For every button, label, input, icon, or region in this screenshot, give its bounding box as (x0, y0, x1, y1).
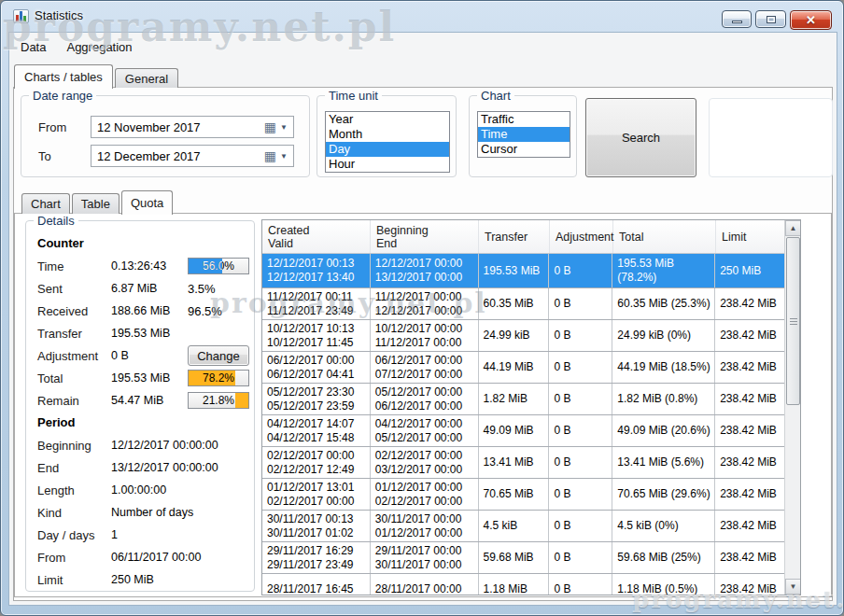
to-date-picker[interactable]: 12 December 2017 ▦ ▼ (91, 145, 294, 167)
details-value: 0 B (111, 349, 188, 362)
details-label: End (37, 461, 111, 475)
scrollbar-thumb[interactable] (786, 237, 800, 405)
details-value: 54.47 MiB (111, 394, 188, 407)
table-cell: 10/12/2017 00:0011/12/2017 00:00 (371, 320, 479, 351)
chart-listbox[interactable]: TrafficTimeCursor (477, 111, 570, 158)
details-row-adjustment: Adjustment0 BChange (37, 344, 248, 367)
search-button[interactable]: Search (585, 98, 696, 177)
table-cell-line: 0 B (554, 329, 612, 343)
table-row[interactable]: 01/12/2017 13:0102/12/2017 00:0001/12/20… (262, 479, 784, 511)
tab-chart[interactable]: Chart (21, 193, 70, 214)
table-cell: 0 B (549, 320, 612, 351)
listbox-option-day[interactable]: Day (326, 142, 449, 157)
details-label: Received (37, 304, 111, 318)
maximize-button[interactable] (755, 10, 786, 28)
tab-general[interactable]: General (115, 68, 178, 88)
column-header-created-valid[interactable]: CreatedValid (262, 220, 371, 253)
table-cell-line: 04/12/2017 00:00 (375, 417, 478, 431)
details-value: 195.53 MiB (111, 327, 188, 340)
details-label: Remain (37, 394, 111, 408)
maximize-icon (767, 16, 776, 23)
table-cell-line: 10/12/2017 10:13 (267, 322, 370, 336)
listbox-option-year[interactable]: Year (326, 112, 449, 127)
menu-item-data[interactable]: Data (10, 36, 56, 58)
column-header-line: Valid (268, 237, 370, 250)
scroll-up-button[interactable]: ▲ (785, 220, 801, 236)
from-date-picker[interactable]: 12 November 2017 ▦ ▼ (91, 116, 294, 138)
listbox-option-traffic[interactable]: Traffic (478, 112, 570, 127)
listbox-option-month[interactable]: Month (326, 127, 449, 142)
table-cell-line: 60.35 MiB (25.3%) (617, 297, 714, 311)
table-cell: 0 B (549, 542, 612, 573)
table-cell: 30/11/2017 00:1330/11/2017 01:02 (262, 511, 371, 541)
change-button[interactable]: Change (188, 345, 249, 366)
table-cell-line: 30/11/2017 00:00 (375, 512, 478, 526)
time-unit-groupbox: Time unit YearMonthDayHour (316, 95, 457, 177)
table-cell-line: 05/12/2017 23:30 (267, 385, 370, 399)
table-row[interactable]: 11/12/2017 00:1111/12/2017 23:4911/12/20… (262, 288, 784, 320)
table-cell-line: 238.42 MiB (720, 519, 784, 533)
table-row[interactable]: 12/12/2017 00:1312/12/2017 13:4012/12/20… (262, 254, 784, 288)
table-cell-line: 44.19 MiB (18.5%) (617, 360, 714, 374)
column-header-transfer[interactable]: Transfer (479, 220, 550, 253)
table-row[interactable]: 28/11/2017 16:4528/11/2017 00:001.18 MiB… (262, 574, 784, 595)
table-cell-line: 01/12/2017 13:01 (267, 481, 370, 495)
table-row[interactable]: 06/12/2017 00:0006/12/2017 04:4106/12/20… (262, 352, 784, 384)
table-cell: 1.82 MiB (0.8%) (612, 384, 715, 414)
column-header-limit[interactable]: Limit (716, 220, 785, 253)
table-cell: 1.18 MiB (0.5%) (612, 574, 715, 595)
details-label: Day / days (37, 528, 111, 542)
listbox-option-hour[interactable]: Hour (326, 157, 449, 172)
chevron-down-icon[interactable]: ▼ (280, 123, 288, 132)
table-cell: 0 B (549, 511, 612, 541)
details-row-time: Time0.13:26:4356.0%56.0% (37, 255, 248, 277)
table-cell-line: 24.99 kiB (0%) (617, 329, 714, 343)
listbox-option-cursor[interactable]: Cursor (478, 142, 570, 157)
table-cell: 0 B (549, 384, 612, 414)
tab-quota[interactable]: Quota (121, 190, 173, 215)
time-unit-listbox[interactable]: YearMonthDayHour (325, 111, 450, 173)
table-row[interactable]: 10/12/2017 10:1310/12/2017 11:4510/12/20… (262, 320, 784, 352)
close-button[interactable]: ✕ (790, 10, 832, 30)
details-value: 1.00:00:00 (111, 483, 248, 497)
grid-header: CreatedValidBeginningEndTransferAdjustme… (262, 220, 800, 254)
menu-item-aggregation[interactable]: Aggregation (56, 36, 142, 58)
table-row[interactable]: 02/12/2017 00:0002/12/2017 12:4902/12/20… (262, 447, 784, 479)
quota-page: Details CounterTime0.13:26:4356.0%56.0%S… (14, 213, 832, 597)
column-header-beginning-end[interactable]: BeginningEnd (371, 220, 479, 253)
table-row[interactable]: 04/12/2017 14:0704/12/2017 15:4804/12/20… (262, 415, 784, 447)
table-cell: 4.5 kiB (0%) (612, 511, 715, 541)
tab-table[interactable]: Table (72, 193, 120, 214)
table-cell: 29/11/2017 16:2929/11/2017 23:49 (262, 542, 371, 573)
details-percent: 96.5% (188, 304, 248, 318)
details-value: 06/11/2017 00:00 (111, 551, 248, 564)
table-cell-line: 13.41 MiB (484, 455, 549, 469)
details-row-remain: Remain54.47 MiB21.8% (37, 389, 248, 412)
grid-body: 12/12/2017 00:1312/12/2017 13:4012/12/20… (262, 254, 784, 595)
table-row[interactable]: 30/11/2017 00:1330/11/2017 01:0230/11/20… (262, 511, 784, 542)
vertical-scrollbar[interactable]: ▲ ▼ (784, 220, 800, 595)
table-cell-line: 10/12/2017 00:00 (375, 322, 478, 336)
progress-bar: 78.2% (188, 370, 249, 386)
table-cell-line: 238.42 MiB (720, 455, 784, 469)
column-header-total[interactable]: Total (613, 220, 716, 253)
table-cell-line: 29/11/2017 23:49 (267, 558, 370, 572)
scroll-down-button[interactable]: ▼ (785, 579, 801, 595)
table-row[interactable]: 29/11/2017 16:2929/11/2017 23:4929/11/20… (262, 542, 784, 574)
table-cell: 238.42 MiB (715, 479, 784, 510)
chevron-down-icon[interactable]: ▼ (280, 152, 288, 161)
title-bar[interactable]: Statistics ✕ (1, 1, 843, 32)
details-value: 0.13:26:43 (111, 259, 188, 273)
details-value: 195.53 MiB (111, 371, 188, 385)
listbox-option-time[interactable]: Time (478, 127, 570, 142)
table-row[interactable]: 05/12/2017 23:3005/12/2017 23:5905/12/20… (262, 384, 784, 415)
table-cell: 238.42 MiB (715, 288, 784, 319)
table-cell-line: 70.65 MiB (484, 487, 549, 501)
table-cell: 44.19 MiB (18.5%) (612, 352, 715, 383)
column-header-adjustment[interactable]: Adjustment (550, 220, 613, 253)
table-cell-line: 49.09 MiB (20.6%) (617, 424, 714, 438)
tab-charts-tables[interactable]: Charts / tables (14, 64, 113, 89)
table-cell-line: 1.82 MiB (0.8%) (617, 392, 714, 406)
minimize-button[interactable] (722, 10, 752, 28)
table-cell-line: 02/12/2017 00:00 (267, 449, 370, 463)
